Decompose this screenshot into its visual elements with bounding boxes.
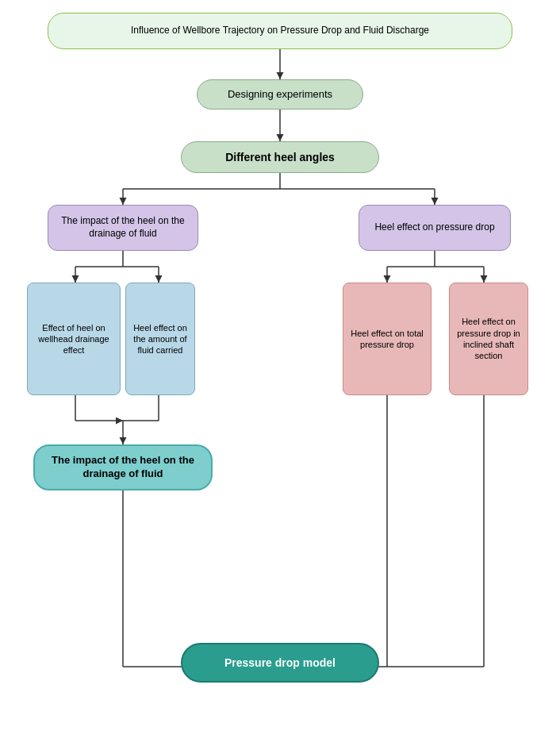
total-pressure-text: Heel effect on total pressure drop bbox=[348, 328, 426, 351]
title-text: Influence of Wellbore Trajectory on Pres… bbox=[131, 25, 429, 37]
fluid-carried-node: Heel effect on the amount of fluid carri… bbox=[125, 283, 195, 395]
drainage-impact-text: The impact of the heel on the drainage o… bbox=[56, 215, 190, 240]
pressure-model-node: Pressure drop model bbox=[181, 643, 379, 683]
drainage-impact-node: The impact of the heel on the drainage o… bbox=[48, 205, 198, 251]
designing-node: Designing experiments bbox=[197, 79, 363, 110]
pressure-model-text: Pressure drop model bbox=[224, 656, 336, 670]
heel-angles-node: Different heel angles bbox=[181, 141, 379, 173]
drainage-impact2-node: The impact of the heel on the drainage o… bbox=[33, 444, 213, 490]
title-node: Influence of Wellbore Trajectory on Pres… bbox=[48, 13, 512, 49]
heel-pressure-text: Heel effect on pressure drop bbox=[374, 221, 494, 234]
heel-pressure-node: Heel effect on pressure drop bbox=[359, 205, 511, 251]
inclined-shaft-node: Heel effect on pressure drop in inclined… bbox=[449, 283, 528, 395]
drainage-impact2-text: The impact of the heel on the drainage o… bbox=[48, 454, 198, 481]
wellhead-effect-node: Effect of heel on wellhead drainage effe… bbox=[27, 283, 121, 395]
designing-text: Designing experiments bbox=[228, 88, 332, 102]
fluid-carried-text: Heel effect on the amount of fluid carri… bbox=[131, 322, 190, 356]
total-pressure-node: Heel effect on total pressure drop bbox=[343, 283, 432, 395]
heel-angles-text: Different heel angles bbox=[225, 150, 335, 164]
inclined-shaft-text: Heel effect on pressure drop in inclined… bbox=[455, 316, 523, 361]
wellhead-text: Effect of heel on wellhead drainage effe… bbox=[33, 322, 115, 356]
